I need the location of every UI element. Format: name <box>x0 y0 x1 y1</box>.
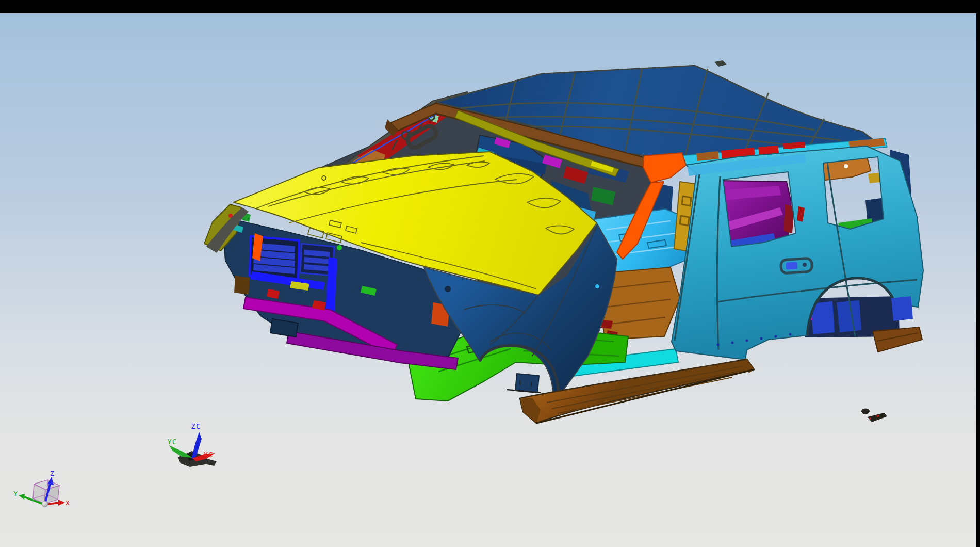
abs-x-label: X <box>66 499 70 507</box>
application-window: ZC YC XC Z Y X <box>0 0 980 547</box>
wcs-y-label: YC <box>168 438 177 446</box>
wcs-z-label: ZC <box>191 422 201 430</box>
rear-royal-patch <box>891 296 913 321</box>
wcs-x-label: XC <box>204 451 214 459</box>
viewport-3d[interactable]: ZC YC XC Z Y X <box>0 13 976 547</box>
abs-origin-sphere <box>42 501 48 507</box>
abs-z-label: Z <box>50 470 54 477</box>
top-bar <box>0 0 980 13</box>
abs-y-label: Y <box>13 490 18 497</box>
right-edge-bar <box>976 0 980 547</box>
